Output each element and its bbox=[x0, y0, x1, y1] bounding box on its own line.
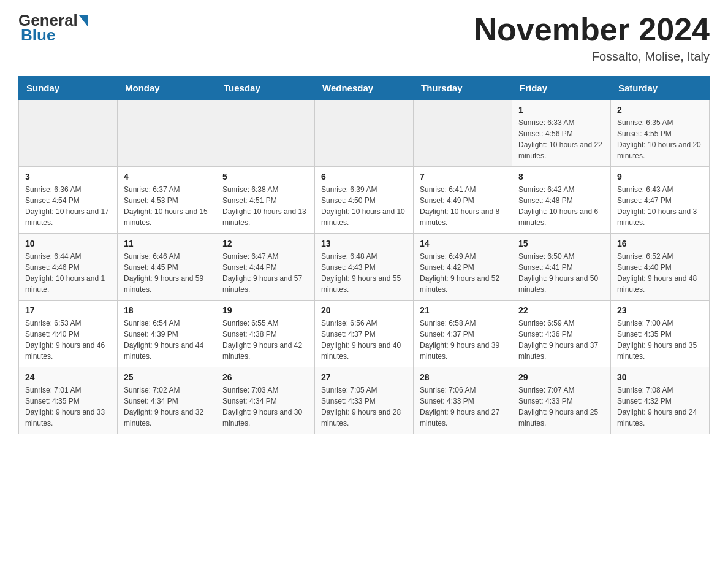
day-number: 21 bbox=[420, 305, 506, 315]
day-info: Sunrise: 7:08 AMSunset: 4:32 PMDaylight:… bbox=[617, 385, 703, 429]
weekday-row: Sunday Monday Tuesday Wednesday Thursday… bbox=[19, 77, 710, 100]
day-number: 16 bbox=[617, 239, 703, 248]
day-number: 14 bbox=[420, 239, 506, 248]
calendar-cell: 1Sunrise: 6:33 AMSunset: 4:56 PMDaylight… bbox=[512, 100, 611, 167]
calendar-cell: 22Sunrise: 6:59 AMSunset: 4:36 PMDayligh… bbox=[512, 301, 611, 367]
header-friday: Friday bbox=[512, 77, 611, 100]
day-number: 28 bbox=[420, 372, 506, 382]
day-number: 20 bbox=[321, 305, 407, 315]
day-info: Sunrise: 6:41 AMSunset: 4:49 PMDaylight:… bbox=[420, 184, 506, 228]
header-thursday: Thursday bbox=[414, 77, 512, 100]
day-info: Sunrise: 6:38 AMSunset: 4:51 PMDaylight:… bbox=[222, 184, 308, 228]
calendar-cell: 14Sunrise: 6:49 AMSunset: 4:42 PMDayligh… bbox=[414, 234, 512, 301]
day-info: Sunrise: 6:42 AMSunset: 4:48 PMDaylight:… bbox=[518, 184, 604, 228]
calendar-cell bbox=[216, 100, 315, 167]
location: Fossalto, Molise, Italy bbox=[474, 50, 710, 64]
header-sunday: Sunday bbox=[19, 77, 118, 100]
calendar-body: 1Sunrise: 6:33 AMSunset: 4:56 PMDaylight… bbox=[19, 100, 710, 434]
day-number: 24 bbox=[25, 372, 111, 382]
calendar-cell: 3Sunrise: 6:36 AMSunset: 4:54 PMDaylight… bbox=[19, 167, 118, 234]
day-info: Sunrise: 6:35 AMSunset: 4:55 PMDaylight:… bbox=[617, 117, 703, 161]
calendar-cell: 19Sunrise: 6:55 AMSunset: 4:38 PMDayligh… bbox=[216, 301, 315, 367]
header-monday: Monday bbox=[118, 77, 216, 100]
day-number: 26 bbox=[222, 372, 308, 382]
day-info: Sunrise: 6:52 AMSunset: 4:40 PMDaylight:… bbox=[617, 251, 703, 295]
calendar-week-2: 3Sunrise: 6:36 AMSunset: 4:54 PMDaylight… bbox=[19, 167, 710, 234]
day-number: 13 bbox=[321, 239, 407, 248]
day-number: 18 bbox=[124, 305, 210, 315]
day-info: Sunrise: 6:48 AMSunset: 4:43 PMDaylight:… bbox=[321, 251, 407, 295]
day-info: Sunrise: 6:55 AMSunset: 4:38 PMDaylight:… bbox=[222, 318, 308, 362]
day-info: Sunrise: 6:47 AMSunset: 4:44 PMDaylight:… bbox=[222, 251, 308, 295]
calendar-cell: 12Sunrise: 6:47 AMSunset: 4:44 PMDayligh… bbox=[216, 234, 315, 301]
day-number: 1 bbox=[518, 105, 604, 115]
calendar-cell: 7Sunrise: 6:41 AMSunset: 4:49 PMDaylight… bbox=[414, 167, 512, 234]
calendar-week-1: 1Sunrise: 6:33 AMSunset: 4:56 PMDaylight… bbox=[19, 100, 710, 167]
calendar-cell: 20Sunrise: 6:56 AMSunset: 4:37 PMDayligh… bbox=[315, 301, 414, 367]
day-info: Sunrise: 6:37 AMSunset: 4:53 PMDaylight:… bbox=[124, 184, 210, 228]
calendar-cell: 15Sunrise: 6:50 AMSunset: 4:41 PMDayligh… bbox=[512, 234, 611, 301]
day-info: Sunrise: 6:56 AMSunset: 4:37 PMDaylight:… bbox=[321, 318, 407, 362]
calendar-cell: 26Sunrise: 7:03 AMSunset: 4:34 PMDayligh… bbox=[216, 367, 315, 434]
day-info: Sunrise: 6:49 AMSunset: 4:42 PMDaylight:… bbox=[420, 251, 506, 295]
calendar-table: Sunday Monday Tuesday Wednesday Thursday… bbox=[18, 76, 710, 434]
logo-blue: Blue bbox=[21, 26, 55, 45]
day-number: 22 bbox=[518, 305, 604, 315]
day-info: Sunrise: 6:54 AMSunset: 4:39 PMDaylight:… bbox=[124, 318, 210, 362]
calendar-cell bbox=[315, 100, 414, 167]
calendar-week-5: 24Sunrise: 7:01 AMSunset: 4:35 PMDayligh… bbox=[19, 367, 710, 434]
calendar-cell: 17Sunrise: 6:53 AMSunset: 4:40 PMDayligh… bbox=[19, 301, 118, 367]
header-wednesday: Wednesday bbox=[315, 77, 414, 100]
day-number: 5 bbox=[222, 172, 308, 182]
calendar-cell: 23Sunrise: 7:00 AMSunset: 4:35 PMDayligh… bbox=[611, 301, 710, 367]
calendar-cell: 11Sunrise: 6:46 AMSunset: 4:45 PMDayligh… bbox=[118, 234, 216, 301]
day-number: 12 bbox=[222, 239, 308, 248]
day-number: 17 bbox=[25, 305, 111, 315]
calendar-cell bbox=[414, 100, 512, 167]
day-number: 25 bbox=[124, 372, 210, 382]
title-block: November 2024 Fossalto, Molise, Italy bbox=[474, 12, 710, 64]
day-info: Sunrise: 6:44 AMSunset: 4:46 PMDaylight:… bbox=[25, 251, 111, 295]
day-number: 11 bbox=[124, 239, 210, 248]
calendar-cell: 16Sunrise: 6:52 AMSunset: 4:40 PMDayligh… bbox=[611, 234, 710, 301]
logo: General Blue bbox=[18, 12, 88, 45]
day-number: 30 bbox=[617, 372, 703, 382]
calendar-cell: 27Sunrise: 7:05 AMSunset: 4:33 PMDayligh… bbox=[315, 367, 414, 434]
header-saturday: Saturday bbox=[611, 77, 710, 100]
day-number: 19 bbox=[222, 305, 308, 315]
day-number: 6 bbox=[321, 172, 407, 182]
calendar-cell: 28Sunrise: 7:06 AMSunset: 4:33 PMDayligh… bbox=[414, 367, 512, 434]
calendar-cell: 18Sunrise: 6:54 AMSunset: 4:39 PMDayligh… bbox=[118, 301, 216, 367]
calendar-cell: 24Sunrise: 7:01 AMSunset: 4:35 PMDayligh… bbox=[19, 367, 118, 434]
calendar-cell: 9Sunrise: 6:43 AMSunset: 4:47 PMDaylight… bbox=[611, 167, 710, 234]
calendar-cell: 2Sunrise: 6:35 AMSunset: 4:55 PMDaylight… bbox=[611, 100, 710, 167]
day-info: Sunrise: 6:53 AMSunset: 4:40 PMDaylight:… bbox=[25, 318, 111, 362]
day-number: 29 bbox=[518, 372, 604, 382]
day-info: Sunrise: 6:33 AMSunset: 4:56 PMDaylight:… bbox=[518, 117, 604, 161]
day-info: Sunrise: 7:00 AMSunset: 4:35 PMDaylight:… bbox=[617, 318, 703, 362]
calendar-cell: 21Sunrise: 6:58 AMSunset: 4:37 PMDayligh… bbox=[414, 301, 512, 367]
calendar-cell: 6Sunrise: 6:39 AMSunset: 4:50 PMDaylight… bbox=[315, 167, 414, 234]
day-number: 27 bbox=[321, 372, 407, 382]
day-number: 15 bbox=[518, 239, 604, 248]
day-number: 9 bbox=[617, 172, 703, 182]
day-info: Sunrise: 6:43 AMSunset: 4:47 PMDaylight:… bbox=[617, 184, 703, 228]
day-info: Sunrise: 6:39 AMSunset: 4:50 PMDaylight:… bbox=[321, 184, 407, 228]
day-number: 23 bbox=[617, 305, 703, 315]
day-number: 8 bbox=[518, 172, 604, 182]
day-info: Sunrise: 6:36 AMSunset: 4:54 PMDaylight:… bbox=[25, 184, 111, 228]
day-info: Sunrise: 6:46 AMSunset: 4:45 PMDaylight:… bbox=[124, 251, 210, 295]
day-info: Sunrise: 6:50 AMSunset: 4:41 PMDaylight:… bbox=[518, 251, 604, 295]
day-info: Sunrise: 7:03 AMSunset: 4:34 PMDaylight:… bbox=[222, 385, 308, 429]
calendar-week-3: 10Sunrise: 6:44 AMSunset: 4:46 PMDayligh… bbox=[19, 234, 710, 301]
calendar-week-4: 17Sunrise: 6:53 AMSunset: 4:40 PMDayligh… bbox=[19, 301, 710, 367]
month-title: November 2024 bbox=[474, 12, 710, 47]
calendar-cell bbox=[118, 100, 216, 167]
calendar-cell: 8Sunrise: 6:42 AMSunset: 4:48 PMDaylight… bbox=[512, 167, 611, 234]
day-info: Sunrise: 7:07 AMSunset: 4:33 PMDaylight:… bbox=[518, 385, 604, 429]
day-number: 3 bbox=[25, 172, 111, 182]
calendar-cell: 4Sunrise: 6:37 AMSunset: 4:53 PMDaylight… bbox=[118, 167, 216, 234]
calendar-cell: 30Sunrise: 7:08 AMSunset: 4:32 PMDayligh… bbox=[611, 367, 710, 434]
day-info: Sunrise: 7:06 AMSunset: 4:33 PMDaylight:… bbox=[420, 385, 506, 429]
calendar-cell: 5Sunrise: 6:38 AMSunset: 4:51 PMDaylight… bbox=[216, 167, 315, 234]
